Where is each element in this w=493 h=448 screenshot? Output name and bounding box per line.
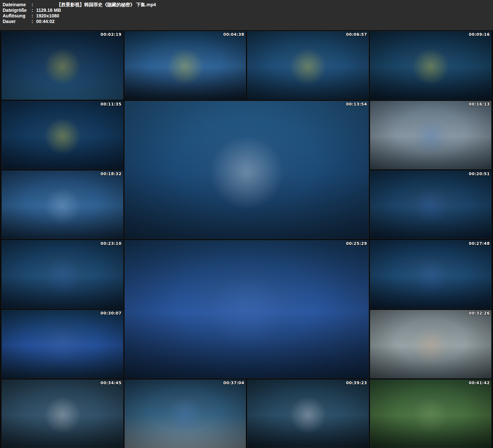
video-thumbnail: 00:20:51 (370, 171, 492, 239)
thumbnail-timestamp: 00:34:45 (101, 381, 122, 385)
video-thumbnail: 00:37:04 (125, 380, 246, 448)
thumbnail-timestamp: 00:18:32 (101, 172, 122, 176)
separator: : (32, 13, 36, 19)
separator: : (32, 8, 36, 13)
thumbnail-timestamp: 00:02:19 (101, 32, 122, 37)
video-thumbnail: 00:32:26 (370, 310, 492, 378)
thumbnail-timestamp: 00:06:57 (346, 32, 367, 37)
separator: : (32, 2, 36, 8)
video-thumbnail: 00:11:35 (2, 101, 123, 169)
video-thumbnail: 00:16:13 (370, 101, 492, 169)
thumbnail-timestamp: 00:27:48 (469, 241, 490, 246)
meta-row-duration: Dauer : 00:44:02 (3, 19, 490, 24)
thumbnail-timestamp: 00:39:23 (346, 381, 367, 385)
video-thumbnail: 00:18:32 (2, 171, 123, 239)
meta-row-filesize: Dateigröße : 1129.16 MB (3, 8, 490, 13)
thumbnail-timestamp: 00:04:38 (223, 32, 244, 37)
video-thumbnail: 00:25:29 (125, 240, 369, 378)
filename-label: Dateiname (3, 2, 32, 8)
video-thumbnail: 00:02:19 (2, 31, 123, 100)
filename-value: 【胜景影视】韩国罪史《隐藏的秘密》 下集.mp4 (36, 2, 156, 8)
video-thumbnail: 00:06:57 (247, 31, 369, 100)
video-contact-sheet: Dateiname : 【胜景影视】韩国罪史《隐藏的秘密》 下集.mp4 Dat… (0, 0, 493, 448)
duration-value: 00:44:02 (36, 19, 55, 24)
video-thumbnail: 00:04:38 (125, 31, 246, 100)
thumbnail-timestamp: 00:20:51 (469, 172, 490, 176)
thumbnail-timestamp: 00:30:07 (101, 311, 122, 316)
meta-row-resolution: Auflösung : 1920x1080 (3, 13, 490, 19)
thumbnail-timestamp: 00:11:35 (101, 102, 122, 106)
separator: : (32, 19, 36, 24)
video-thumbnail: 00:30:07 (2, 310, 123, 378)
filesize-value: 1129.16 MB (36, 8, 61, 13)
thumbnail-timestamp: 00:41:42 (469, 381, 490, 385)
video-thumbnail: 00:23:10 (2, 240, 123, 309)
thumbnail-timestamp: 00:32:26 (469, 311, 490, 316)
filesize-label: Dateigröße (3, 8, 32, 13)
thumbnail-grid: 00:02:1900:04:3800:06:5700:09:1600:11:35… (2, 31, 491, 448)
thumbnail-timestamp: 00:13:54 (346, 102, 367, 106)
duration-label: Dauer (3, 19, 32, 24)
thumbnail-timestamp: 00:16:13 (469, 102, 490, 106)
thumbnail-timestamp: 00:09:16 (469, 32, 490, 37)
resolution-value: 1920x1080 (36, 13, 59, 19)
meta-row-filename: Dateiname : 【胜景影视】韩国罪史《隐藏的秘密》 下集.mp4 (3, 2, 490, 8)
thumbnail-timestamp: 00:25:29 (346, 241, 367, 246)
video-thumbnail: 00:13:54 (125, 101, 369, 239)
resolution-label: Auflösung (3, 13, 32, 19)
thumbnail-timestamp: 00:37:04 (223, 381, 244, 385)
video-thumbnail: 00:41:42 (370, 380, 492, 448)
thumbnail-timestamp: 00:23:10 (101, 241, 122, 246)
file-metadata-header: Dateiname : 【胜景影视】韩国罪史《隐藏的秘密》 下集.mp4 Dat… (0, 0, 493, 30)
video-thumbnail: 00:27:48 (370, 240, 492, 309)
video-thumbnail: 00:39:23 (247, 380, 369, 448)
video-thumbnail: 00:34:45 (2, 380, 123, 448)
video-thumbnail: 00:09:16 (370, 31, 492, 100)
